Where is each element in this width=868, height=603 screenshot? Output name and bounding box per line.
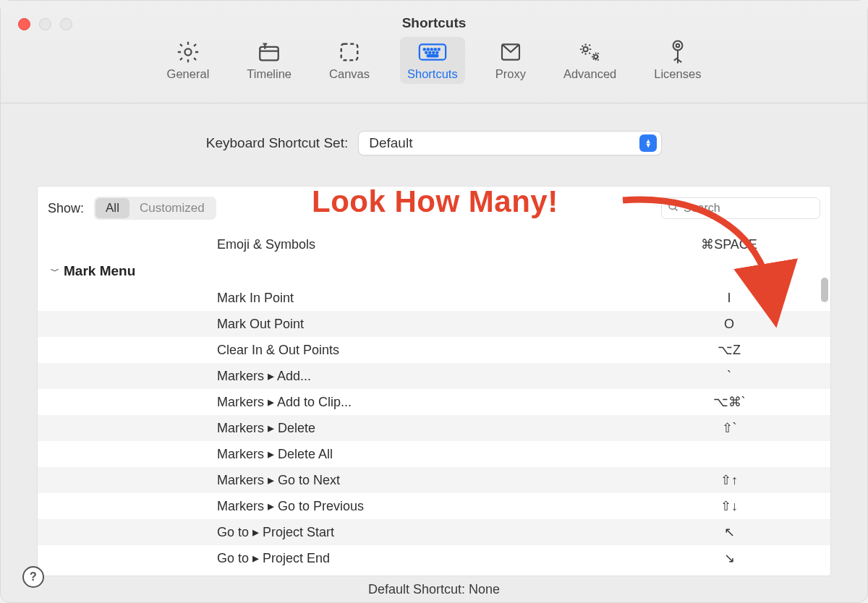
shortcut-row[interactable]: Markers ▸ Add to Clip...⌥⌘` xyxy=(38,389,830,415)
proxy-icon xyxy=(499,40,522,64)
tab-label: Advanced xyxy=(563,67,616,81)
general-icon xyxy=(176,40,200,64)
tab-proxy[interactable]: Proxy xyxy=(488,37,533,84)
tab-general[interactable]: General xyxy=(160,37,217,84)
shortcut-keys: ⌥⌘` xyxy=(671,394,787,410)
shortcut-keys: ⌘SPACE xyxy=(671,236,787,252)
svg-point-9 xyxy=(425,52,427,54)
svg-point-7 xyxy=(434,48,435,50)
shortcut-keys: ⇧` xyxy=(671,420,787,436)
svg-point-11 xyxy=(433,52,434,54)
shortcut-set-value: Default xyxy=(369,135,412,151)
search-icon xyxy=(668,201,679,215)
shortcut-row[interactable]: Markers ▸ Delete All xyxy=(38,441,830,467)
shortcut-row[interactable]: Go to ▸ Project Start↖ xyxy=(38,519,830,545)
tab-canvas[interactable]: Canvas xyxy=(322,37,377,84)
canvas-icon xyxy=(339,40,360,64)
svg-point-18 xyxy=(676,44,680,48)
shortcut-set-row: Keyboard Shortcut Set: Default ▲▼ xyxy=(37,131,831,155)
shortcuts-panel: Show: All Customized Emoji & Symbols⌘SPA… xyxy=(37,186,831,576)
svg-point-8 xyxy=(438,48,439,50)
default-shortcut-footer: Default Shortcut: None xyxy=(1,576,867,603)
svg-point-19 xyxy=(669,202,676,209)
tab-timeline[interactable]: Timeline xyxy=(239,37,299,84)
scrollbar[interactable] xyxy=(818,187,828,576)
shortcut-name: Markers ▸ Delete All xyxy=(217,446,333,462)
shortcut-row[interactable]: Markers ▸ Go to Previous⇧↓ xyxy=(38,493,830,519)
tab-label: Licenses xyxy=(654,67,701,81)
chevron-down-icon: ﹀ xyxy=(51,265,59,278)
shortcut-name: Mark In Point xyxy=(217,291,294,306)
window-controls xyxy=(18,18,72,30)
shortcut-name: Markers ▸ Go to Previous xyxy=(217,498,364,514)
svg-point-12 xyxy=(436,52,438,54)
svg-point-16 xyxy=(594,55,597,59)
shortcut-name: Go to ▸ Project End xyxy=(217,550,330,566)
search-input[interactable] xyxy=(684,202,828,215)
shortcut-keys: ` xyxy=(671,369,787,384)
tab-label: Proxy xyxy=(495,67,526,81)
section-mark-menu[interactable]: ﹀Mark Menu xyxy=(38,257,830,285)
shortcut-keys: ⌥Z xyxy=(671,342,787,358)
titlebar: Shortcuts GeneralTimelineCanvasShortcuts… xyxy=(1,1,867,103)
shortcut-keys: ⇧↓ xyxy=(671,498,787,514)
shortcut-set-select[interactable]: Default ▲▼ xyxy=(358,131,662,155)
shortcut-name: Markers ▸ Add to Clip... xyxy=(217,394,352,410)
shortcut-name: Markers ▸ Add... xyxy=(217,368,311,384)
panel-header: Show: All Customized xyxy=(38,187,830,228)
show-all-button[interactable]: All xyxy=(95,198,129,218)
shortcut-keys: O xyxy=(671,317,787,332)
shortcut-name: Mark Out Point xyxy=(217,317,304,332)
svg-point-0 xyxy=(184,48,191,55)
zoom-window-button[interactable] xyxy=(60,18,72,30)
svg-point-5 xyxy=(427,48,428,50)
shortcut-keys: I xyxy=(671,291,787,306)
svg-point-10 xyxy=(429,52,430,54)
shortcut-name: Go to ▸ Project Start xyxy=(217,524,334,540)
select-stepper-icon: ▲▼ xyxy=(639,134,657,152)
advanced-icon xyxy=(577,40,603,64)
tab-label: Timeline xyxy=(247,67,292,81)
show-customized-button[interactable]: Customized xyxy=(129,198,215,218)
shortcut-row[interactable]: Mark Out PointO xyxy=(38,311,830,337)
shortcut-row[interactable]: Mark In PointI xyxy=(38,285,830,311)
shortcut-row[interactable]: Emoji & Symbols⌘SPACE xyxy=(38,231,830,257)
svg-point-17 xyxy=(673,41,682,51)
shortcut-row[interactable]: Markers ▸ Add...` xyxy=(38,363,830,389)
shortcut-name: Emoji & Symbols xyxy=(217,237,315,252)
shortcut-set-label: Keyboard Shortcut Set: xyxy=(206,135,348,151)
shortcut-keys: ⇧↑ xyxy=(671,472,787,488)
preferences-window: Shortcuts GeneralTimelineCanvasShortcuts… xyxy=(0,0,868,603)
timeline-icon xyxy=(257,40,281,64)
tab-licenses[interactable]: Licenses xyxy=(647,37,708,84)
scroll-thumb[interactable] xyxy=(821,278,828,302)
minimize-window-button[interactable] xyxy=(39,18,51,30)
tab-label: General xyxy=(167,67,210,81)
shortcut-row[interactable]: Go to ▸ Project End↘ xyxy=(38,545,830,571)
tab-advanced[interactable]: Advanced xyxy=(556,37,624,84)
close-window-button[interactable] xyxy=(18,18,30,30)
shortcut-keys: ↖ xyxy=(671,524,787,540)
shortcut-name: Markers ▸ Delete xyxy=(217,420,315,436)
shortcut-row[interactable]: Markers ▸ Go to Next⇧↑ xyxy=(38,467,830,493)
show-label: Show: xyxy=(48,201,84,216)
search-field[interactable] xyxy=(661,197,820,219)
svg-point-15 xyxy=(583,47,587,51)
prefs-toolbar: GeneralTimelineCanvasShortcutsProxyAdvan… xyxy=(1,37,867,84)
shortcut-row[interactable]: Markers ▸ Delete⇧` xyxy=(38,415,830,441)
tab-shortcuts[interactable]: Shortcuts xyxy=(400,37,465,84)
shortcut-keys: ↘ xyxy=(671,550,787,566)
svg-rect-13 xyxy=(427,55,438,56)
help-button[interactable]: ? xyxy=(22,566,44,588)
shortcut-name: Markers ▸ Go to Next xyxy=(217,472,340,488)
shortcut-name: Clear In & Out Points xyxy=(217,343,339,358)
shortcut-row[interactable]: Clear In & Out Points⌥Z xyxy=(38,337,830,363)
svg-rect-2 xyxy=(341,44,358,61)
show-segmented-control: All Customized xyxy=(94,197,216,220)
svg-point-6 xyxy=(430,48,432,50)
svg-point-4 xyxy=(423,48,425,50)
shortcuts-icon xyxy=(418,40,447,64)
tab-label: Shortcuts xyxy=(407,67,458,81)
window-title: Shortcuts xyxy=(1,1,867,31)
shortcuts-list[interactable]: Emoji & Symbols⌘SPACE﹀Mark MenuMark In P… xyxy=(38,228,830,576)
